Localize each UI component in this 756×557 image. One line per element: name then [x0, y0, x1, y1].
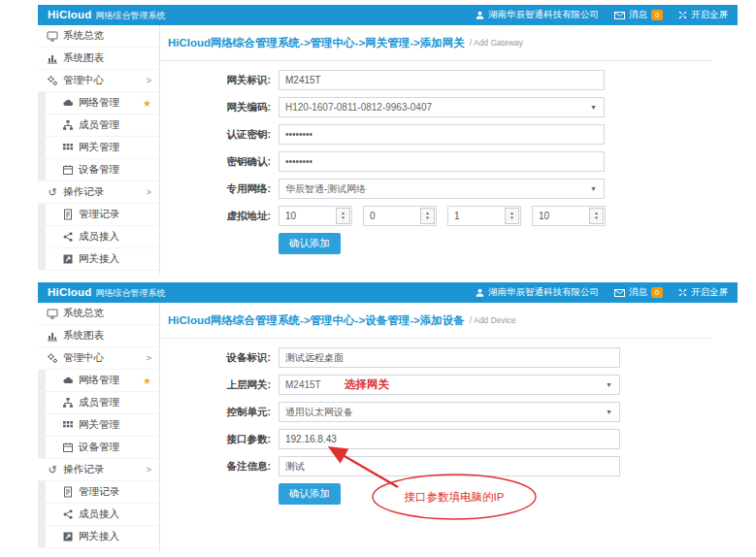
sidebar-item-label: 网关管理 — [79, 418, 119, 432]
sidebar-item-member-management[interactable]: 成员管理 — [38, 115, 159, 137]
sidebar-item-gateway-access[interactable]: 网关接入 — [38, 526, 159, 548]
sitemap-icon — [61, 397, 75, 409]
envelope-icon — [614, 12, 625, 19]
stepper-arrows-icon[interactable]: ▲▼ — [420, 208, 435, 224]
sidebar-item-network-management[interactable]: 网络管理 ★ — [38, 92, 159, 115]
gateway-id-label: 网关标识: — [218, 74, 271, 87]
interface-params-input[interactable] — [279, 429, 620, 449]
interface-params-label: 接口参数: — [218, 433, 271, 446]
chart-icon — [46, 52, 59, 64]
sidebar-item-device-management[interactable]: 设备管理 — [38, 437, 159, 459]
sidebar-item-label: 管理中心 — [63, 351, 104, 365]
star-icon[interactable]: ★ — [143, 376, 151, 386]
sidebar-item-member-access[interactable]: 成员接入 — [38, 504, 159, 526]
messages-button[interactable]: 消息 0 — [614, 9, 663, 21]
panel-add-device: HiCloud 网络综合管理系统 湖南华辰智通科技有限公司 消息 0 — [38, 282, 738, 551]
sidebar-item-system-overview[interactable]: 系统总览 — [38, 303, 159, 325]
sidebar-item-gateway-management[interactable]: 网关管理 — [38, 414, 159, 437]
sidebar-item-gateway-management[interactable]: 网关管理 — [38, 137, 159, 159]
key-confirm-input[interactable] — [279, 151, 605, 172]
confirm-add-button[interactable]: 确认添加 — [279, 483, 341, 505]
sidebar-item-gateway-access[interactable]: 网关接入 — [38, 248, 159, 271]
sidebar-item-label: 操作记录 — [63, 463, 104, 476]
sidebar-item-label: 设备管理 — [79, 163, 119, 177]
chevron-right-icon: > — [147, 187, 151, 197]
gears-icon — [46, 352, 59, 364]
sidebar-item-system-overview[interactable]: 系统总览 — [38, 25, 159, 48]
gears-icon — [46, 75, 59, 86]
stepper-arrows-icon[interactable]: ▲▼ — [589, 208, 604, 224]
messages-label: 消息 — [629, 9, 647, 21]
company-menu[interactable]: 湖南华辰智通科技有限公司 — [476, 9, 599, 21]
remark-input[interactable] — [279, 456, 620, 476]
stepper-arrows-icon[interactable]: ▲▼ — [505, 208, 519, 224]
sidebar-item-label: 成员管理 — [79, 118, 119, 132]
octet-3-stepper[interactable]: 1 ▲▼ — [447, 206, 521, 226]
sidebar-item-network-management[interactable]: 网络管理 ★ — [38, 370, 159, 392]
private-network-label: 专用网络: — [218, 182, 271, 196]
company-name: 湖南华辰智通科技有限公司 — [488, 286, 599, 299]
main-content: HiCloud网络综合管理系统->管理中心->网关管理->添加网关 / Add … — [160, 25, 738, 274]
octet-4-stepper[interactable]: 10 ▲▼ — [532, 206, 606, 226]
private-network-select[interactable]: 华辰智通-测试网络 ▼ — [279, 179, 605, 199]
gateway-code-select[interactable]: H120-1607-0811-0812-9963-0407 ▼ — [279, 97, 605, 117]
parent-gateway-select[interactable]: M2415T ▼ — [279, 375, 620, 395]
breadcrumb-suffix: / Add Gateway — [470, 38, 523, 48]
top-header: HiCloud 网络综合管理系统 湖南华辰智通科技有限公司 消息 0 — [38, 282, 738, 303]
control-unit-value: 通用以太网设备 — [285, 406, 353, 419]
octet-2-value: 0 — [370, 211, 376, 221]
gateway-in-icon — [61, 253, 75, 265]
fullscreen-button[interactable]: 开启全屏 — [678, 286, 728, 299]
private-network-value: 华辰智通-测试网络 — [285, 182, 366, 196]
file-icon — [61, 209, 75, 220]
grid-icon — [61, 142, 75, 153]
octet-2-stepper[interactable]: 0 ▲▼ — [363, 206, 437, 226]
breadcrumb-suffix: / Add Device — [470, 315, 516, 325]
sidebar-item-system-charts[interactable]: 系统图表 — [38, 48, 159, 70]
sidebar-item-label: 网络管理 — [79, 374, 119, 387]
sidebar-item-operation-log[interactable]: ↺ 操作记录 > — [38, 181, 159, 204]
sidebar-item-member-management[interactable]: 成员管理 — [38, 392, 159, 414]
octet-1-stepper[interactable]: 10 ▲▼ — [279, 206, 352, 226]
stepper-arrows-icon[interactable]: ▲▼ — [336, 208, 350, 224]
select-gateway-annotation: 选择网关 — [345, 377, 389, 392]
desktop-icon — [46, 30, 59, 42]
sidebar-item-management-records[interactable]: 管理记录 — [38, 481, 159, 504]
virtual-address-group: 10 ▲▼ 0 ▲▼ 1 ▲▼ — [279, 206, 606, 226]
sidebar-item-management-center[interactable]: 管理中心 > — [38, 347, 159, 370]
cloud-icon — [61, 97, 75, 109]
sidebar-item-label: 成员接入 — [79, 230, 119, 244]
sidebar-item-operation-log[interactable]: ↺ 操作记录 > — [38, 459, 159, 481]
user-icon — [476, 11, 484, 19]
add-device-form: 设备标识: 上层网关: M2415T ▼ 控制单元: 通用以太网设备 — [160, 338, 712, 505]
device-id-input[interactable] — [279, 347, 620, 368]
control-unit-select[interactable]: 通用以太网设备 ▼ — [279, 402, 620, 422]
history-icon: ↺ — [46, 465, 59, 475]
calendar-icon — [61, 442, 75, 453]
parent-gateway-value: M2415T — [285, 379, 321, 390]
device-id-label: 设备标识: — [218, 351, 271, 365]
sidebar-item-label: 网关管理 — [79, 141, 119, 154]
sidebar-item-device-management[interactable]: 设备管理 — [38, 159, 159, 181]
fullscreen-button[interactable]: 开启全屏 — [678, 9, 728, 21]
sidebar-item-management-records[interactable]: 管理记录 — [38, 204, 159, 226]
company-menu[interactable]: 湖南华辰智通科技有限公司 — [476, 286, 599, 299]
sidebar-item-label: 网关接入 — [79, 530, 119, 543]
sidebar-item-member-access[interactable]: 成员接入 — [38, 226, 159, 248]
confirm-add-button[interactable]: 确认添加 — [279, 233, 341, 254]
auth-key-input[interactable] — [279, 124, 605, 145]
file-icon — [61, 486, 75, 498]
sidebar-item-label: 管理记录 — [79, 208, 119, 221]
sidebar-item-label: 系统总览 — [63, 29, 104, 43]
messages-button[interactable]: 消息 0 — [614, 286, 663, 299]
sidebar-item-label: 管理记录 — [79, 485, 119, 499]
gateway-id-input[interactable] — [279, 70, 605, 90]
sidebar-item-system-charts[interactable]: 系统图表 — [38, 325, 159, 347]
star-icon[interactable]: ★ — [143, 98, 151, 109]
sidebar-item-management-center[interactable]: 管理中心 > — [38, 70, 159, 92]
sidebar-item-label: 操作记录 — [63, 185, 104, 199]
chart-icon — [46, 330, 59, 342]
add-gateway-form: 网关标识: 网关编码: H120-1607-0811-0812-9963-040… — [160, 60, 712, 254]
gateway-code-value: H120-1607-0811-0812-9963-0407 — [285, 102, 432, 113]
envelope-icon — [614, 289, 625, 297]
